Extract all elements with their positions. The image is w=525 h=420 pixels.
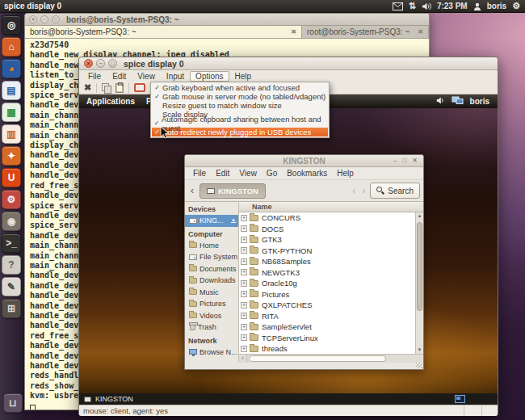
file-row[interactable]: +TCPServerLinux	[239, 333, 423, 344]
guest-menu-applications[interactable]: Applications	[86, 97, 135, 106]
sidebar-item-home[interactable]: Home	[185, 240, 238, 252]
file-row[interactable]: +CONCURS	[239, 212, 423, 224]
dock-item-libreoffice-impress[interactable]: ▥	[2, 124, 21, 144]
dock-item-screenshot-tool[interactable]: ◉	[2, 212, 21, 231]
terminal-titlebar[interactable]: ✕ − □ boris@boris-System-PSQ3: ~	[25, 14, 429, 26]
options-menu-item[interactable]: ✓Auto redirect newly plugged in USB devi…	[152, 128, 328, 136]
column-header-name[interactable]: Name	[239, 202, 423, 212]
expander-icon[interactable]: +	[241, 302, 247, 309]
tab-close-icon[interactable]: ✖	[411, 28, 423, 36]
dock-item-ubuntu-dash[interactable]: ◎	[2, 15, 21, 35]
file-row[interactable]: +NB68Samples	[239, 256, 423, 267]
spice-menu-options[interactable]: Options	[190, 71, 229, 82]
spice-menu-edit[interactable]: Edit	[107, 71, 132, 82]
dock-item-libreoffice-writer[interactable]: ▤	[2, 81, 21, 100]
sync-arrows-icon[interactable]: ⇅	[409, 1, 416, 11]
fm-menu-help[interactable]: Help	[332, 168, 359, 178]
scrollbar-thumb[interactable]	[249, 355, 386, 362]
tab-close-icon[interactable]: ✖	[284, 28, 296, 36]
expander-icon[interactable]: +	[241, 237, 247, 243]
file-row[interactable]: +DOCS	[239, 224, 423, 235]
file-row[interactable]: +threads	[239, 343, 423, 354]
sidebar-item-documents[interactable]: Documents	[185, 263, 238, 275]
expander-icon[interactable]: +	[241, 313, 247, 319]
expander-icon[interactable]: +	[241, 225, 247, 232]
expander-icon[interactable]: +	[241, 247, 247, 254]
paste-icon[interactable]	[116, 83, 124, 93]
sidebar-item-downloads[interactable]: Downloads	[185, 275, 238, 287]
maximize-icon[interactable]: □	[52, 15, 60, 23]
guest-sound-icon[interactable]	[436, 97, 445, 106]
maximize-icon[interactable]: □	[108, 59, 117, 68]
eject-icon[interactable]: ▲	[231, 218, 236, 223]
sidebar-item-music[interactable]: Music	[185, 287, 238, 299]
taskbar-window-button[interactable]: KINGSTON	[95, 395, 133, 403]
minimize-icon[interactable]: ‒	[393, 158, 397, 164]
fm-menu-edit[interactable]: Edit	[211, 168, 234, 178]
sidebar-item-browse-network[interactable]: Browse N...	[185, 346, 238, 359]
dock-item-trash[interactable]: ⊔	[3, 393, 23, 413]
dock-item-firefox[interactable]: ◕	[2, 59, 21, 78]
expander-icon[interactable]: +	[241, 291, 247, 297]
sound-icon[interactable]	[422, 2, 431, 10]
fullscreen-icon[interactable]	[134, 83, 145, 92]
workspace-switcher[interactable]	[455, 395, 465, 403]
options-menu-item[interactable]: ✓Grab keyboard when active and focused	[152, 83, 328, 92]
minimize-icon[interactable]: −	[96, 59, 105, 68]
file-row[interactable]: +GTK-PYTHON	[239, 246, 423, 257]
fm-menu-go[interactable]: Go	[262, 168, 282, 178]
expander-icon[interactable]: +	[241, 215, 247, 221]
terminal-tab-boris[interactable]: boris@boris-System-PSQ3: ~ ✖	[25, 26, 302, 38]
fm-menu-view[interactable]: View	[234, 168, 262, 178]
options-menu-item[interactable]: ✓Automagic clipboard sharing between hos…	[152, 119, 328, 128]
session-user-label[interactable]: boris	[487, 2, 506, 10]
dock-item-terminal-app[interactable]: >_	[2, 233, 21, 253]
maximize-icon[interactable]: □	[402, 158, 406, 164]
file-row[interactable]: +RITA	[239, 311, 423, 322]
scrollbar-thumb[interactable]	[417, 222, 422, 311]
scroll-down-icon[interactable]: ▼	[416, 346, 423, 354]
sidebar-item-videos[interactable]: Videos	[185, 310, 238, 322]
breadcrumb-collapse-icon[interactable]: ‹	[188, 185, 196, 196]
sidebar-item-kingston[interactable]: KING...▲	[185, 215, 238, 227]
expander-icon[interactable]: +	[241, 324, 247, 330]
forward-icon[interactable]: ›	[360, 185, 367, 196]
file-row[interactable]: +QXLPATCHES	[239, 300, 423, 311]
scroll-up-icon[interactable]: ▲	[416, 212, 423, 220]
close-icon[interactable]: ✕	[84, 59, 93, 68]
options-menu-item[interactable]: ✓Grab mouse in server mode (no tabled/vd…	[152, 92, 328, 101]
fm-menu-file[interactable]: File	[188, 168, 211, 178]
spice-menu-file[interactable]: File	[82, 71, 107, 82]
vertical-scrollbar[interactable]: ▲ ▼	[415, 212, 423, 354]
minimize-icon[interactable]: −	[40, 15, 48, 23]
dock-item-ubuntu-one[interactable]: U	[2, 168, 21, 187]
close-icon[interactable]: ✕	[412, 158, 418, 164]
spice-menu-help[interactable]: Help	[229, 71, 258, 82]
back-icon[interactable]: ‹	[351, 185, 357, 196]
resize-grip[interactable]	[416, 363, 422, 368]
dock-item-workspace-switcher[interactable]: ⊞	[2, 299, 21, 318]
terminal-tab-root[interactable]: root@boris-System-PSQ3: ~ ✖	[302, 26, 429, 38]
sidebar-item-file-system[interactable]: File System	[185, 251, 238, 263]
file-row[interactable]: +SampleServlet	[239, 321, 423, 333]
sidebar-item-pictures[interactable]: Pictures	[185, 298, 238, 310]
guest-user-label[interactable]: boris	[470, 97, 489, 106]
search-button[interactable]: Search	[370, 183, 420, 199]
scroll-left-icon[interactable]: ‹	[239, 355, 247, 363]
file-row[interactable]: +NEWGTK3	[239, 267, 423, 279]
expander-icon[interactable]: +	[241, 346, 247, 352]
guest-display[interactable]: ApplicationsPlaces boris KINGSTON	[79, 94, 498, 405]
dock-item-software-center[interactable]: ✦	[2, 146, 21, 166]
spice-menu-input[interactable]: Input	[161, 71, 190, 82]
dock-item-system-settings[interactable]: ⚙	[2, 190, 21, 209]
expander-icon[interactable]: +	[241, 334, 247, 341]
dock-item-libreoffice-calc[interactable]: ▦	[2, 103, 21, 122]
mail-icon[interactable]	[393, 2, 403, 10]
expander-icon[interactable]: +	[241, 258, 247, 265]
copy-icon[interactable]	[102, 83, 111, 93]
options-menu-item[interactable]: Resize guest to match window size	[152, 101, 328, 110]
horizontal-scrollbar[interactable]: ‹	[239, 354, 423, 363]
spice-menu-view[interactable]: View	[132, 71, 161, 82]
sidebar-item-trash[interactable]: Trash	[185, 321, 238, 334]
file-row[interactable]: +GTK3	[239, 234, 423, 246]
